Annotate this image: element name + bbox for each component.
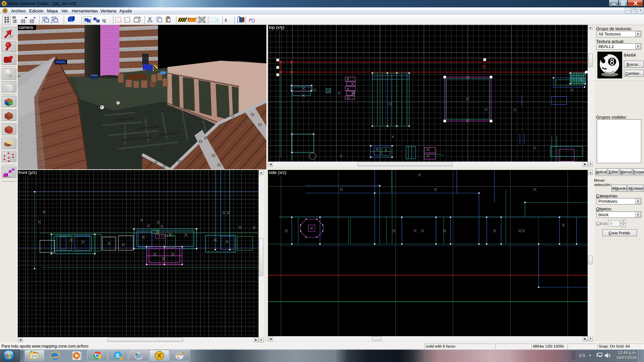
svg-text:camera: camera	[18, 25, 33, 30]
svg-text:NNNN: NNNN	[56, 60, 65, 64]
svg-text:S: S	[51, 21, 52, 24]
svg-text:tl: tl	[225, 18, 227, 23]
svg-text:ig: ig	[102, 18, 106, 23]
svg-text:S: S	[116, 353, 119, 359]
svg-text:L: L	[42, 21, 43, 24]
svg-text:3D: 3D	[12, 16, 16, 19]
